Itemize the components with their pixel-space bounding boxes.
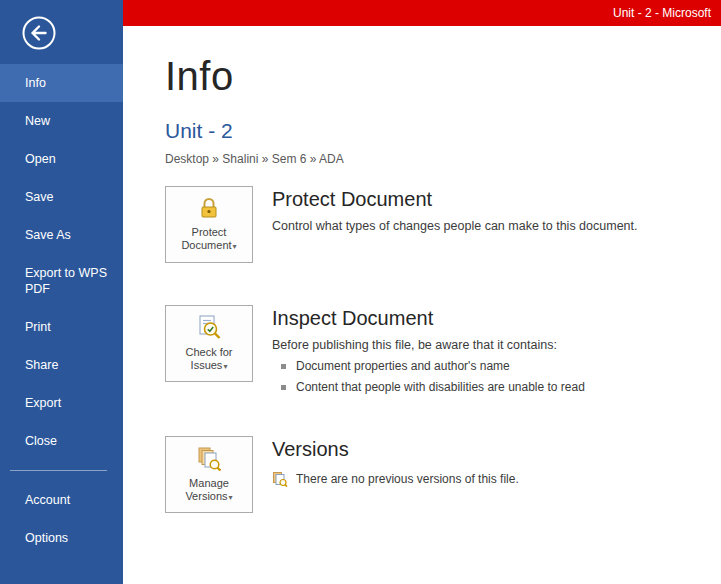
versions-title: Versions [272,438,519,461]
breadcrumb: Desktop » Shalini » Sem 6 » ADA [165,152,701,166]
back-arrow-icon [20,38,58,55]
bullet-icon [281,364,286,369]
dropdown-caret-icon: ▾ [223,362,227,371]
versions-file-icon [272,471,288,487]
inspect-document-section: Check for Issues▾ Inspect Document Befor… [165,305,701,394]
protect-document-section: Protect Document▾ Protect Document Contr… [165,186,701,263]
window-title: Unit - 2 - Microsoft [613,6,711,20]
sidebar-item-info[interactable]: Info [0,64,123,102]
lock-icon [197,196,221,223]
inspect-bullet-item: Content that people with disabilities ar… [281,380,585,394]
versions-section: Manage Versions▾ Versions [165,436,701,513]
check-for-issues-button-label: Check for Issues▾ [185,346,232,373]
titlebar: Unit - 2 - Microsoft [123,0,721,26]
protect-document-description: Control what types of changes people can… [272,219,638,233]
sidebar-item-close[interactable]: Close [0,422,123,460]
check-for-issues-button[interactable]: Check for Issues▾ [165,305,253,382]
sidebar: Info New Open Save Save As Export to WPS… [0,0,123,584]
inspect-document-icon [196,314,222,343]
sidebar-item-save-as[interactable]: Save As [0,216,123,254]
protect-document-button[interactable]: Protect Document▾ [165,186,253,263]
page-title: Info [165,54,701,99]
document-title: Unit - 2 [165,119,701,143]
inspect-document-title: Inspect Document [272,307,585,330]
back-button[interactable] [20,14,58,52]
info-page: Info Unit - 2 Desktop » Shalini » Sem 6 … [123,26,721,584]
protect-document-title: Protect Document [272,188,638,211]
sidebar-item-export-to-wps-pdf[interactable]: Export to WPS PDF [0,254,123,308]
inspect-bullet-item: Document properties and author's name [281,359,585,373]
sidebar-item-account[interactable]: Account [0,481,123,519]
sidebar-item-options[interactable]: Options [0,519,123,557]
sidebar-item-open[interactable]: Open [0,140,123,178]
manage-versions-icon [196,445,222,474]
sidebar-item-export[interactable]: Export [0,384,123,422]
sidebar-item-share[interactable]: Share [0,346,123,384]
sidebar-item-print[interactable]: Print [0,308,123,346]
bullet-icon [281,385,286,390]
sidebar-item-save[interactable]: Save [0,178,123,216]
inspect-document-description: Before publishing this file, be aware th… [272,338,585,352]
manage-versions-button[interactable]: Manage Versions▾ [165,436,253,513]
manage-versions-button-label: Manage Versions▾ [185,477,232,504]
protect-document-button-label: Protect Document▾ [181,226,236,253]
sidebar-divider [10,470,107,471]
versions-note: There are no previous versions of this f… [272,471,519,487]
sidebar-nav: Info New Open Save Save As Export to WPS… [0,64,123,557]
sidebar-item-new[interactable]: New [0,102,123,140]
backstage-view: Info New Open Save Save As Export to WPS… [0,0,721,584]
dropdown-caret-icon: ▾ [229,493,233,502]
right-pane: Unit - 2 - Microsoft Info Unit - 2 Deskt… [123,0,721,584]
dropdown-caret-icon: ▾ [233,242,237,251]
